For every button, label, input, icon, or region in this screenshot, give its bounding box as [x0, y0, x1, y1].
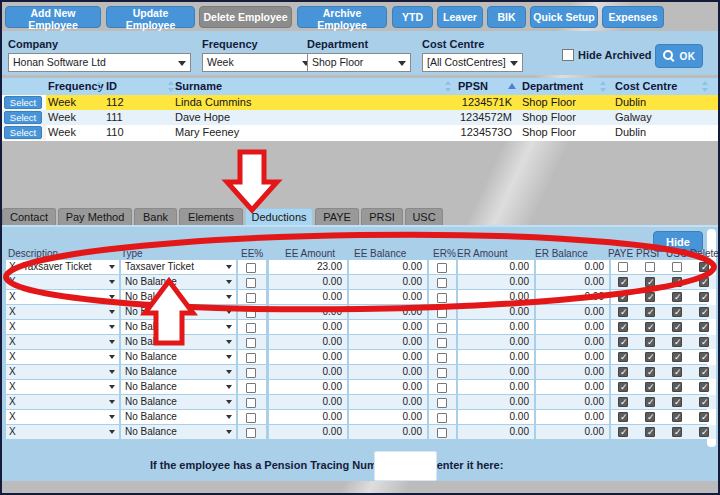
paye-checkbox[interactable] [618, 427, 628, 437]
ee-balance-field[interactable]: 0.00 [349, 320, 427, 334]
toolbar-button[interactable]: Leaver [437, 6, 483, 28]
search-ok-button[interactable]: OK [655, 44, 703, 68]
remove-deduction-button[interactable]: X [9, 336, 16, 347]
er-percent-checkbox[interactable] [437, 383, 447, 393]
deduction-description-select[interactable]: X [6, 425, 119, 439]
deduction-type-select[interactable]: No Balance [121, 380, 236, 394]
er-amount-field[interactable]: 0.00 [458, 425, 534, 439]
er-amount-field[interactable]: 0.00 [458, 320, 534, 334]
paye-checkbox[interactable] [618, 382, 628, 392]
usc-checkbox[interactable] [672, 277, 682, 287]
ee-percent-checkbox[interactable] [246, 278, 256, 288]
tab[interactable]: Contact [2, 208, 56, 225]
remove-deduction-button[interactable]: X [9, 321, 16, 332]
er-amount-field[interactable]: 0.00 [458, 395, 534, 409]
delete-checkbox[interactable] [699, 277, 709, 287]
ee-amount-field[interactable]: 0.00 [269, 305, 347, 319]
er-percent-checkbox[interactable] [437, 353, 447, 363]
prsi-checkbox[interactable] [645, 322, 655, 332]
column-header-surname[interactable]: Surname [175, 80, 222, 92]
deduction-type-select[interactable]: No Balance [121, 290, 236, 304]
prsi-checkbox[interactable] [645, 367, 655, 377]
er-percent-checkbox[interactable] [437, 338, 447, 348]
paye-checkbox[interactable] [618, 322, 628, 332]
deduction-type-select[interactable]: No Balance [121, 305, 236, 319]
delete-checkbox[interactable] [699, 262, 709, 272]
ee-amount-field[interactable]: 0.00 [269, 380, 347, 394]
er-amount-field[interactable]: 0.00 [458, 410, 534, 424]
remove-deduction-button[interactable]: X [9, 426, 16, 437]
deduction-description-select[interactable]: X [6, 395, 119, 409]
prsi-checkbox[interactable] [645, 412, 655, 422]
er-amount-field[interactable]: 0.00 [458, 260, 534, 274]
er-amount-field[interactable]: 0.00 [458, 350, 534, 364]
deduction-type-select[interactable]: No Balance [121, 410, 236, 424]
ee-amount-field[interactable]: 0.00 [269, 350, 347, 364]
deduction-type-select[interactable]: No Balance [121, 350, 236, 364]
deduction-type-select[interactable]: No Balance [121, 275, 236, 289]
er-balance-field[interactable]: 0.00 [536, 275, 609, 289]
delete-checkbox[interactable] [699, 337, 709, 347]
ee-amount-field[interactable]: 0.00 [269, 410, 347, 424]
deduction-description-select[interactable]: X [6, 410, 119, 424]
cost-centre-select[interactable]: [All CostCentres] [422, 53, 523, 72]
ee-balance-field[interactable]: 0.00 [349, 260, 427, 274]
ee-balance-field[interactable]: 0.00 [349, 335, 427, 349]
paye-checkbox[interactable] [618, 352, 628, 362]
er-percent-checkbox[interactable] [437, 323, 447, 333]
er-amount-field[interactable]: 0.00 [458, 305, 534, 319]
tab[interactable]: PAYE [315, 208, 359, 225]
er-balance-field[interactable]: 0.00 [536, 290, 609, 304]
toolbar-button[interactable]: Expenses [602, 6, 664, 28]
er-balance-field[interactable]: 0.00 [536, 260, 609, 274]
paye-checkbox[interactable] [618, 337, 628, 347]
er-percent-checkbox[interactable] [437, 293, 447, 303]
ee-balance-field[interactable]: 0.00 [349, 305, 427, 319]
delete-checkbox[interactable] [699, 322, 709, 332]
usc-checkbox[interactable] [672, 412, 682, 422]
paye-checkbox[interactable] [618, 277, 628, 287]
column-header-id[interactable]: ID [106, 80, 117, 92]
er-balance-field[interactable]: 0.00 [536, 305, 609, 319]
deduction-description-select[interactable]: X [6, 365, 119, 379]
er-amount-field[interactable]: 0.00 [458, 380, 534, 394]
usc-checkbox[interactable] [672, 337, 682, 347]
er-percent-checkbox[interactable] [437, 263, 447, 273]
er-balance-field[interactable]: 0.00 [536, 320, 609, 334]
ee-balance-field[interactable]: 0.00 [349, 365, 427, 379]
usc-checkbox[interactable] [672, 292, 682, 302]
sort-icon[interactable] [96, 81, 103, 92]
deduction-description-select[interactable]: XTaxsaver Ticket [6, 260, 119, 274]
prsi-checkbox[interactable] [645, 277, 655, 287]
prsi-checkbox[interactable] [645, 307, 655, 317]
ee-amount-field[interactable]: 0.00 [269, 425, 347, 439]
remove-deduction-button[interactable]: X [9, 396, 16, 407]
delete-checkbox[interactable] [699, 367, 709, 377]
ee-balance-field[interactable]: 0.00 [349, 380, 427, 394]
hide-archived-checkbox[interactable] [562, 49, 574, 61]
remove-deduction-button[interactable]: X [9, 381, 16, 392]
remove-deduction-button[interactable]: X [9, 411, 16, 422]
delete-checkbox[interactable] [699, 352, 709, 362]
deduction-description-select[interactable]: X [6, 320, 119, 334]
sort-ascending-icon[interactable] [508, 83, 516, 89]
delete-checkbox[interactable] [699, 292, 709, 302]
department-select[interactable]: Shop Floor [307, 53, 411, 72]
prsi-checkbox[interactable] [645, 292, 655, 302]
toolbar-button[interactable]: Add New Employee [5, 6, 101, 28]
toolbar-button[interactable]: Delete Employee [199, 6, 292, 28]
column-header-cost-centre[interactable]: Cost Centre [615, 80, 677, 92]
prsi-checkbox[interactable] [645, 427, 655, 437]
ee-percent-checkbox[interactable] [246, 428, 256, 438]
ee-percent-checkbox[interactable] [246, 338, 256, 348]
er-amount-field[interactable]: 0.00 [458, 365, 534, 379]
toolbar-button[interactable]: Quick Setup [530, 6, 598, 28]
ee-amount-field[interactable]: 0.00 [269, 395, 347, 409]
toolbar-button[interactable]: BIK [487, 6, 526, 28]
ee-percent-checkbox[interactable] [246, 308, 256, 318]
column-header-department[interactable]: Department [522, 80, 583, 92]
remove-deduction-button[interactable]: X [9, 261, 16, 272]
ee-balance-field[interactable]: 0.00 [349, 350, 427, 364]
frequency-select[interactable]: Week [202, 53, 315, 72]
remove-deduction-button[interactable]: X [9, 366, 16, 377]
